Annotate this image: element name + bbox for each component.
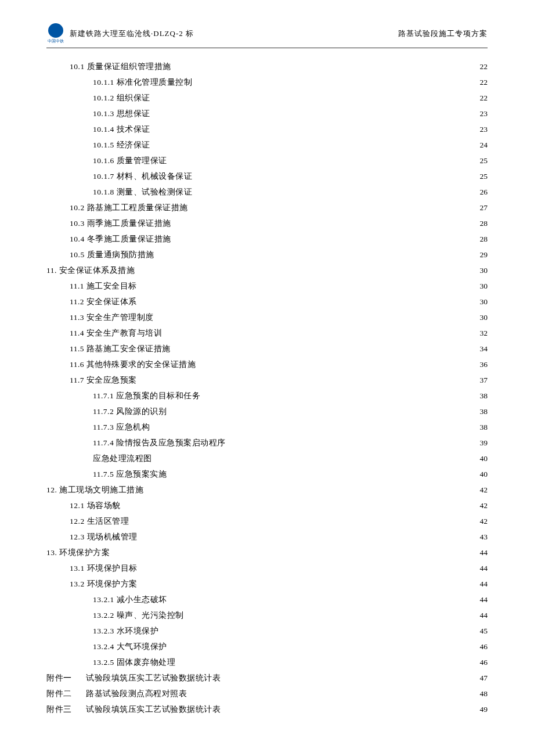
toc-entry: 13.2.3 水环境保护 45 — [46, 623, 488, 639]
toc-label: 11.3 安全生产管理制度 — [70, 309, 154, 325]
toc-page-number: 44 — [480, 592, 488, 607]
toc-prefix: 附件二 — [46, 686, 86, 701]
toc-entry: 10.1.2 组织保证 22 — [46, 90, 488, 106]
toc-page-number: 30 — [480, 278, 488, 294]
toc-label: 11.7.3 应急机构 — [93, 419, 150, 435]
toc-leader-dots — [172, 344, 479, 352]
toc-label: 附件二路基试验段测点高程对照表 — [46, 686, 187, 701]
toc-label: 应急处理流程图 — [93, 451, 152, 466]
toc-entry: 11.7.3 应急机构 38 — [46, 419, 488, 435]
toc-label: 11.7 安全应急预案 — [70, 372, 137, 388]
toc-leader-dots — [151, 93, 479, 101]
toc-page-number: 44 — [480, 607, 488, 623]
toc-page-number: 45 — [480, 623, 488, 639]
toc-leader-dots — [164, 328, 479, 336]
toc-page-number: 44 — [480, 576, 488, 592]
toc-entry: 13.2 环境保护方案 44 — [46, 576, 488, 592]
toc-leader-dots — [151, 109, 479, 117]
toc-label: 11.4 安全生产教育与培训 — [70, 325, 163, 341]
toc-page-number: 22 — [480, 74, 488, 90]
toc-page-number: 27 — [480, 200, 488, 215]
toc-label: 10.1.1 标准化管理质量控制 — [93, 74, 192, 90]
toc-page-number: 26 — [480, 184, 488, 200]
toc-leader-dots — [160, 626, 478, 634]
toc-page-number: 28 — [480, 215, 488, 231]
toc-page-number: 32 — [480, 325, 488, 341]
toc-label: 11.5 路基施工安全保证措施 — [70, 341, 171, 357]
toc-entry: 10.1.3 思想保证 23 — [46, 106, 488, 121]
toc-page-number: 40 — [480, 451, 488, 466]
toc-page-number: 39 — [480, 435, 488, 451]
toc-entry: 11.2 安全保证体系 30 — [46, 294, 488, 309]
toc-entry: 11.7.2 风险源的识别 38 — [46, 404, 488, 419]
toc-leader-dots — [193, 171, 478, 179]
toc-label: 10.1.7 材料、机械设备保证 — [93, 168, 192, 184]
toc-entry: 11. 安全保证体系及措施 30 — [46, 262, 488, 278]
toc-entry: 13.2.4 大气环境保护 46 — [46, 639, 488, 654]
doc-subtitle: 新建铁路大理至临沧线·DLZQ-2 标 — [70, 28, 194, 39]
company-logo: 中国中铁 — [46, 23, 65, 44]
toc-leader-dots — [197, 359, 479, 368]
toc-leader-dots — [189, 203, 479, 211]
toc-page-number: 23 — [480, 106, 488, 121]
toc-page-number: 40 — [480, 466, 488, 482]
toc-leader-dots — [153, 453, 479, 462]
toc-entry: 11.4 安全生产教育与培训 32 — [46, 325, 488, 341]
toc-label: 12.1 场容场貌 — [70, 498, 121, 513]
toc-label: 10.1.8 测量、试验检测保证 — [93, 184, 192, 200]
toc-leader-dots — [222, 673, 479, 681]
toc-entry: 11.3 安全生产管理制度 30 — [46, 309, 488, 325]
toc-leader-dots — [222, 704, 479, 712]
toc-page-number: 46 — [480, 639, 488, 654]
toc-entry: 附件一试验段填筑压实工艺试验数据统计表 47 — [46, 670, 488, 686]
toc-leader-dots — [193, 187, 478, 195]
toc-label: 12.2 生活区管理 — [70, 513, 129, 529]
toc-entry: 附件三试验段填筑压实工艺试验数据统计表 49 — [46, 701, 488, 717]
toc-leader-dots — [139, 563, 479, 571]
toc-leader-dots — [176, 657, 478, 665]
toc-page-number: 44 — [480, 545, 488, 560]
toc-leader-dots — [168, 595, 479, 603]
toc-entry: 附件二路基试验段测点高程对照表 48 — [46, 686, 488, 701]
toc-leader-dots — [151, 140, 479, 148]
toc-entry: 11.7.5 应急预案实施 40 — [46, 466, 488, 482]
toc-label: 13.2.4 大气环境保护 — [93, 639, 167, 654]
toc-entry: 11.1 施工安全目标 30 — [46, 278, 488, 294]
table-of-contents: 10.1 质量保证组织管理措施 2210.1.1 标准化管理质量控制 2210.… — [46, 59, 488, 717]
toc-entry: 13. 环境保护方案 44 — [46, 545, 488, 560]
toc-page-number: 42 — [480, 482, 488, 498]
toc-label: 10.1.4 技术保证 — [93, 121, 150, 137]
toc-page-number: 30 — [480, 294, 488, 309]
toc-leader-dots — [136, 265, 478, 273]
toc-label: 10.1.2 组织保证 — [93, 90, 150, 106]
toc-leader-dots — [172, 234, 479, 242]
toc-entry: 10.2 路基施工工程质量保证措施 27 — [46, 200, 488, 215]
toc-label: 12. 施工现场文明施工措施 — [46, 482, 143, 498]
toc-page-number: 23 — [480, 121, 488, 137]
toc-leader-dots — [156, 250, 479, 258]
toc-label: 13.2.2 噪声、光污染控制 — [93, 607, 184, 623]
toc-page-number: 46 — [480, 654, 488, 670]
toc-page-number: 47 — [480, 670, 488, 686]
toc-page-number: 25 — [480, 168, 488, 184]
toc-entry: 12. 施工现场文明施工措施 42 — [46, 482, 488, 498]
toc-page-number: 48 — [480, 686, 488, 701]
toc-label: 10.1.5 经济保证 — [93, 137, 150, 153]
toc-label: 附件三试验段填筑压实工艺试验数据统计表 — [46, 701, 221, 717]
toc-entry: 13.2.5 固体废弃物处理 46 — [46, 654, 488, 670]
toc-entry: 10.1.1 标准化管理质量控制 22 — [46, 74, 488, 90]
toc-page-number: 49 — [480, 701, 488, 717]
toc-page-number: 24 — [480, 137, 488, 153]
toc-leader-dots — [168, 642, 479, 650]
toc-label: 10.2 路基施工工程质量保证措施 — [70, 200, 188, 215]
toc-page-number: 30 — [480, 262, 488, 278]
toc-entry: 12.2 生活区管理 42 — [46, 513, 488, 529]
toc-label: 10.5 质量通病预防措施 — [70, 247, 154, 262]
toc-entry: 11.6 其他特殊要求的安全保证措施 36 — [46, 357, 488, 372]
logo-icon — [48, 23, 63, 38]
toc-label: 11.6 其他特殊要求的安全保证措施 — [70, 357, 196, 372]
toc-label: 11.2 安全保证体系 — [70, 294, 137, 309]
toc-page-number: 42 — [480, 513, 488, 529]
toc-label: 11. 安全保证体系及措施 — [46, 262, 135, 278]
toc-entry: 10.1.6 质量管理保证 25 — [46, 153, 488, 168]
